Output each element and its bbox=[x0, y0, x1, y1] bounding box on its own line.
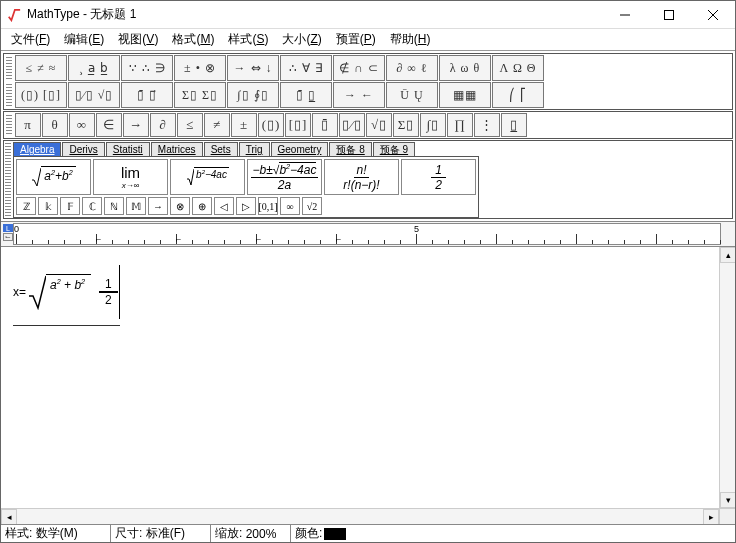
scroll-left-button[interactable]: ◂ bbox=[1, 509, 17, 525]
symbol-palette-7[interactable]: ∂ ∞ ℓ bbox=[386, 55, 438, 81]
small-palette-13[interactable]: √▯ bbox=[366, 113, 392, 137]
small-palette-12[interactable]: ▯⁄▯ bbox=[339, 113, 365, 137]
menu-e[interactable]: 编辑(E) bbox=[58, 29, 110, 50]
template-small-5[interactable]: 𝕄 bbox=[126, 197, 146, 215]
template-small-12[interactable]: ∞ bbox=[280, 197, 300, 215]
menu-v[interactable]: 视图(V) bbox=[112, 29, 164, 50]
symbol-palette-5[interactable]: ∴ ∀ ∃ bbox=[280, 55, 332, 81]
template-small-4[interactable]: ℕ bbox=[104, 197, 124, 215]
small-palette-1[interactable]: θ bbox=[42, 113, 68, 137]
template-palette-5[interactable]: ▯̄ ▯̲ bbox=[280, 82, 332, 108]
template-small-10[interactable]: ▷ bbox=[236, 197, 256, 215]
small-palette-5[interactable]: ∂ bbox=[150, 113, 176, 137]
small-palette-8[interactable]: ± bbox=[231, 113, 257, 137]
small-palette-17[interactable]: ⋮ bbox=[474, 113, 500, 137]
equation[interactable]: x= a2 + b2 1 2 bbox=[13, 265, 120, 326]
small-palette-18[interactable]: ▯̲ bbox=[501, 113, 527, 137]
small-palette-15[interactable]: ∫▯ bbox=[420, 113, 446, 137]
horizontal-scrollbar[interactable]: ◂ ▸ bbox=[1, 508, 735, 524]
small-palette-9[interactable]: (▯) bbox=[258, 113, 284, 137]
template-palette-4[interactable]: ∫▯ ∮▯ bbox=[227, 82, 279, 108]
template-small-0[interactable]: ℤ bbox=[16, 197, 36, 215]
menu-s[interactable]: 样式(S) bbox=[222, 29, 274, 50]
scroll-down-button[interactable]: ▾ bbox=[720, 492, 735, 508]
symbol-palette-4[interactable]: → ⇔ ↓ bbox=[227, 55, 279, 81]
small-palette-0[interactable]: π bbox=[15, 113, 41, 137]
equation-editor[interactable]: x= a2 + b2 1 2 bbox=[1, 247, 719, 508]
sqrt-expression[interactable]: a2 + b2 bbox=[28, 274, 91, 310]
minimize-button[interactable] bbox=[603, 1, 647, 28]
small-palette-7[interactable]: ≠ bbox=[204, 113, 230, 137]
tab-derivs[interactable]: Derivs bbox=[62, 142, 104, 156]
small-palette-6[interactable]: ≤ bbox=[177, 113, 203, 137]
template-palette-1[interactable]: ▯⁄▯ √▯ bbox=[68, 82, 120, 108]
toolbar-grip[interactable] bbox=[6, 115, 12, 135]
template-palette-9[interactable]: ⎛ ⎡ bbox=[492, 82, 544, 108]
small-palette-10[interactable]: [▯] bbox=[285, 113, 311, 137]
template-lim[interactable]: limx→∞ bbox=[93, 159, 168, 195]
scroll-up-button[interactable]: ▴ bbox=[720, 247, 735, 263]
tab-trig[interactable]: Trig bbox=[239, 142, 270, 156]
template-small-6[interactable]: → bbox=[148, 197, 168, 215]
toolbar-grip[interactable] bbox=[5, 143, 11, 216]
template-sqrt_ab[interactable]: a2+b2 bbox=[16, 159, 91, 195]
tab-sets[interactable]: Sets bbox=[204, 142, 238, 156]
template-quad[interactable]: −b±√b2−4ac2a bbox=[247, 159, 322, 195]
template-palette-2[interactable]: ▯̄ ▯⃗ bbox=[121, 82, 173, 108]
template-small-11[interactable]: [0,1] bbox=[258, 197, 278, 215]
symbol-palette-0[interactable]: ≤ ≠ ≈ bbox=[15, 55, 67, 81]
tab-statisti[interactable]: Statisti bbox=[106, 142, 150, 156]
tab-预备9[interactable]: 预备 9 bbox=[373, 142, 415, 156]
small-palette-2[interactable]: ∞ bbox=[69, 113, 95, 137]
symbol-palette-8[interactable]: λ ω θ bbox=[439, 55, 491, 81]
align-left-indicator[interactable]: L bbox=[3, 224, 13, 232]
template-small-13[interactable]: √2 bbox=[302, 197, 322, 215]
template-palette-8[interactable]: ▦▦ bbox=[439, 82, 491, 108]
tab-algebra[interactable]: Algebra bbox=[13, 142, 61, 156]
horizontal-ruler[interactable]: 05⌐⌐⌐⌐ bbox=[13, 223, 721, 245]
close-button[interactable] bbox=[691, 1, 735, 28]
template-small-7[interactable]: ⊗ bbox=[170, 197, 190, 215]
color-swatch[interactable] bbox=[324, 528, 346, 540]
small-palette-4[interactable]: → bbox=[123, 113, 149, 137]
template-small-8[interactable]: ⊕ bbox=[192, 197, 212, 215]
fraction-denominator[interactable]: 2 bbox=[99, 293, 118, 307]
tab-matrices[interactable]: Matrices bbox=[151, 142, 203, 156]
tab-geometry[interactable]: Geometry bbox=[271, 142, 329, 156]
vertical-scrollbar[interactable]: ▴ ▾ bbox=[719, 247, 735, 508]
template-small-2[interactable]: 𝔽 bbox=[60, 197, 80, 215]
small-palette-14[interactable]: Σ▯ bbox=[393, 113, 419, 137]
symbol-palette-3[interactable]: ± • ⊗ bbox=[174, 55, 226, 81]
template-small-1[interactable]: 𝕜 bbox=[38, 197, 58, 215]
template-palette-3[interactable]: Σ▯ Σ▯ bbox=[174, 82, 226, 108]
align-center-indicator[interactable]: ⌙ bbox=[3, 233, 13, 241]
template-half[interactable]: 12 bbox=[401, 159, 476, 195]
menu-z[interactable]: 大小(Z) bbox=[276, 29, 327, 50]
menu-m[interactable]: 格式(M) bbox=[166, 29, 220, 50]
template-palette-6[interactable]: → ← bbox=[333, 82, 385, 108]
fraction-numerator[interactable]: 1 bbox=[99, 277, 118, 291]
template-combin[interactable]: n!r!(n−r)! bbox=[324, 159, 399, 195]
symbol-palette-9[interactable]: Λ Ω Θ bbox=[492, 55, 544, 81]
tab-预备8[interactable]: 预备 8 bbox=[329, 142, 371, 156]
toolbar-grip[interactable] bbox=[6, 57, 12, 79]
toolbar-grip[interactable] bbox=[6, 84, 12, 106]
menu-f[interactable]: 文件(F) bbox=[5, 29, 56, 50]
maximize-button[interactable] bbox=[647, 1, 691, 28]
template-small-9[interactable]: ◁ bbox=[214, 197, 234, 215]
template-small-3[interactable]: ℂ bbox=[82, 197, 102, 215]
template-palette-0[interactable]: (▯) [▯] bbox=[15, 82, 67, 108]
template-sqrt_disc[interactable]: b2−4ac bbox=[170, 159, 245, 195]
scroll-right-button[interactable]: ▸ bbox=[703, 509, 719, 525]
small-palette-3[interactable]: ∈ bbox=[96, 113, 122, 137]
symbol-palette-6[interactable]: ∉ ∩ ⊂ bbox=[333, 55, 385, 81]
menu-h[interactable]: 帮助(H) bbox=[384, 29, 437, 50]
symbol-palette-1[interactable]: ¸ a̲ b̲ bbox=[68, 55, 120, 81]
small-palette-11[interactable]: ▯̄ bbox=[312, 113, 338, 137]
small-palette-16[interactable]: ∏ bbox=[447, 113, 473, 137]
fraction-expression[interactable]: 1 2 bbox=[99, 277, 118, 307]
menu-p[interactable]: 预置(P) bbox=[330, 29, 382, 50]
symbol-palette-2[interactable]: ∵ ∴ ∋ bbox=[121, 55, 173, 81]
template-palette-7[interactable]: Ū Ų bbox=[386, 82, 438, 108]
status-bar: 样式: 数学(M) 尺寸: 标准(F) 缩放: 200% 颜色: bbox=[1, 524, 735, 542]
